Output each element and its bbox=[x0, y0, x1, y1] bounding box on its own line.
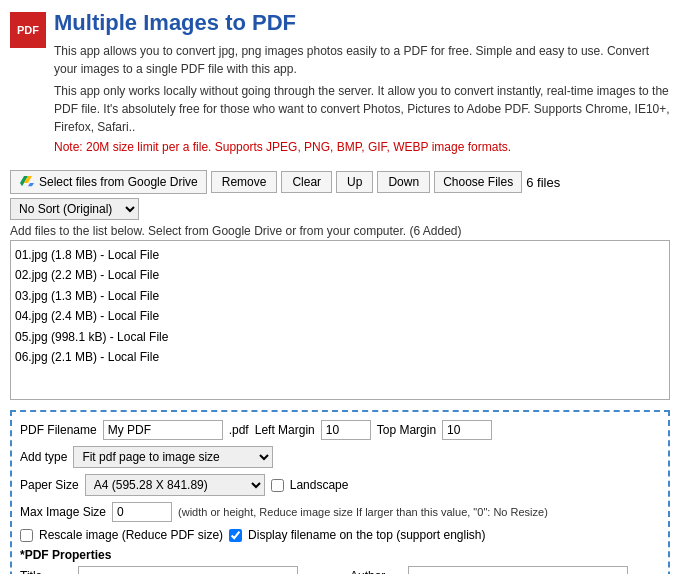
files-count: 6 files bbox=[526, 175, 560, 190]
remove-button[interactable]: Remove bbox=[211, 171, 278, 193]
list-item: 05.jpg (998.1 kB) - Local File bbox=[15, 327, 665, 347]
author-label: Author bbox=[350, 569, 400, 574]
pdf-ext: .pdf bbox=[229, 423, 249, 437]
header-text: Multiple Images to PDF This app allows y… bbox=[54, 10, 670, 162]
add-type-label: Add type bbox=[20, 450, 67, 464]
landscape-checkbox[interactable] bbox=[271, 479, 284, 492]
paper-size-select[interactable]: A4 (595.28 X 841.89) bbox=[85, 474, 265, 496]
display-filename-checkbox[interactable] bbox=[229, 529, 242, 542]
row-papersize: Paper Size A4 (595.28 X 841.89) Landscap… bbox=[20, 474, 660, 496]
list-item: 06.jpg (2.1 MB) - Local File bbox=[15, 347, 665, 367]
down-button[interactable]: Down bbox=[377, 171, 430, 193]
pdf-filename-label: PDF Filename bbox=[20, 423, 97, 437]
left-margin-input[interactable] bbox=[321, 420, 371, 440]
sort-select[interactable]: No Sort (Original)Name AscendingName Des… bbox=[10, 198, 139, 220]
paper-size-label: Paper Size bbox=[20, 478, 79, 492]
gdrive-button-label: Select files from Google Drive bbox=[39, 175, 198, 189]
display-filename-label: Display filename on the top (support eng… bbox=[248, 528, 485, 542]
row-rescale: Rescale image (Reduce PDF size) Display … bbox=[20, 528, 660, 542]
max-image-size-input[interactable] bbox=[112, 502, 172, 522]
landscape-label: Landscape bbox=[290, 478, 349, 492]
row-maximage: Max Image Size (width or height, Reduce … bbox=[20, 502, 660, 522]
title-label: Title bbox=[20, 569, 70, 574]
row-author: Author bbox=[350, 566, 660, 574]
clear-button[interactable]: Clear bbox=[281, 171, 332, 193]
up-button[interactable]: Up bbox=[336, 171, 373, 193]
pdf-icon: PDF bbox=[10, 12, 46, 48]
description1: This app allows you to convert jpg, png … bbox=[54, 42, 670, 78]
list-item: 04.jpg (2.4 MB) - Local File bbox=[15, 306, 665, 326]
file-list-hint: Add files to the list below. Select from… bbox=[10, 224, 670, 238]
gdrive-icon bbox=[19, 174, 35, 190]
row-title: Title bbox=[20, 566, 330, 574]
choose-files-label[interactable]: Choose Files bbox=[434, 171, 522, 193]
rescale-checkbox[interactable] bbox=[20, 529, 33, 542]
gdrive-button[interactable]: Select files from Google Drive bbox=[10, 170, 207, 194]
list-item: 02.jpg (2.2 MB) - Local File bbox=[15, 265, 665, 285]
row-addtype: Add type Fit pdf page to image sizeFit i… bbox=[20, 446, 660, 468]
toolbar: Select files from Google Drive Remove Cl… bbox=[10, 170, 670, 220]
settings-box: PDF Filename .pdf Left Margin Top Margin… bbox=[10, 410, 670, 574]
max-image-size-hint: (width or height, Reduce image size If l… bbox=[178, 506, 548, 518]
add-type-select[interactable]: Fit pdf page to image sizeFit image to A… bbox=[73, 446, 273, 468]
author-input[interactable] bbox=[408, 566, 628, 574]
title-input[interactable] bbox=[78, 566, 298, 574]
header: PDF Multiple Images to PDF This app allo… bbox=[10, 10, 670, 162]
note-text: Note: 20M size limit per a file. Support… bbox=[54, 140, 670, 154]
max-image-size-label: Max Image Size bbox=[20, 505, 106, 519]
row-filename: PDF Filename .pdf Left Margin Top Margin bbox=[20, 420, 660, 440]
pdf-filename-input[interactable] bbox=[103, 420, 223, 440]
top-margin-label: Top Margin bbox=[377, 423, 436, 437]
list-item: 01.jpg (1.8 MB) - Local File bbox=[15, 245, 665, 265]
properties-label: *PDF Properties bbox=[20, 548, 660, 562]
page-title: Multiple Images to PDF bbox=[54, 10, 670, 36]
left-margin-label: Left Margin bbox=[255, 423, 315, 437]
top-margin-input[interactable] bbox=[442, 420, 492, 440]
description2: This app only works locally without goin… bbox=[54, 82, 670, 136]
rescale-label: Rescale image (Reduce PDF size) bbox=[39, 528, 223, 542]
list-item: 03.jpg (1.3 MB) - Local File bbox=[15, 286, 665, 306]
file-list[interactable]: 01.jpg (1.8 MB) - Local File02.jpg (2.2 … bbox=[10, 240, 670, 400]
